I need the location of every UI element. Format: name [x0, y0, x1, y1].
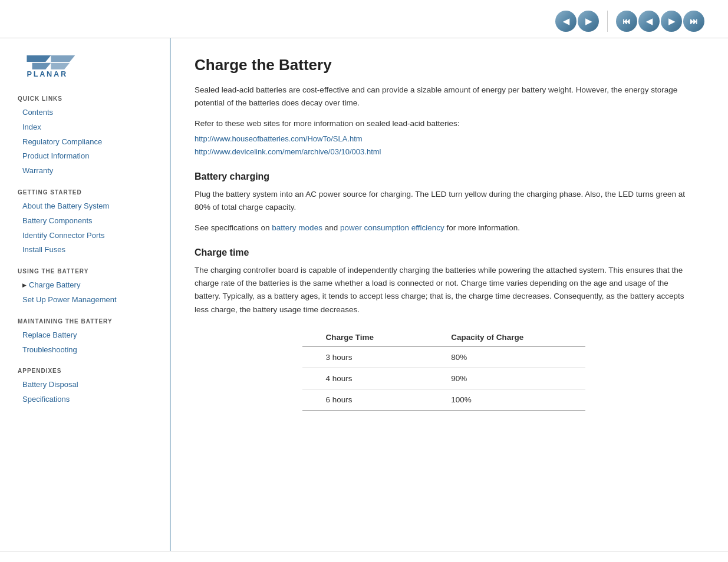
battery-charging-para2: See specifications on battery modes and …: [195, 222, 693, 234]
charge-time-3: 6 hours: [302, 389, 428, 410]
media-nav-group: ⏮ ◀ ▶ ⏭: [616, 11, 704, 32]
main-layout: PLANAR QUICK LINKS Contents Index Regula…: [0, 38, 728, 551]
power-consumption-link[interactable]: power consumption efficiency: [340, 223, 444, 232]
getting-started-title: GETTING STARTED: [18, 189, 158, 196]
maintaining-battery-section: MAINTAINING THE BATTERY Replace Battery …: [18, 318, 158, 358]
maintaining-battery-title: MAINTAINING THE BATTERY: [18, 318, 158, 325]
link-battery-disposal[interactable]: Battery Disposal: [18, 378, 158, 392]
battery-charging-title: Battery charging: [195, 171, 693, 182]
using-battery-section: USING THE BATTERY Charge Battery Set Up …: [18, 268, 158, 308]
svg-marker-3: [51, 63, 70, 70]
link-battery-components[interactable]: Battery Components: [18, 214, 158, 229]
quick-links-title: QUICK LINKS: [18, 95, 158, 102]
first-button[interactable]: ⏮: [616, 11, 637, 32]
charge-time-1: 3 hours: [302, 346, 428, 368]
link-charge-battery[interactable]: Charge Battery: [18, 278, 158, 293]
link-regulatory[interactable]: Regulatory Compliance: [18, 135, 158, 150]
ref-text: Refer to these web sites for more inform…: [195, 117, 693, 130]
capacity-2: 90%: [427, 368, 585, 389]
svg-marker-2: [51, 55, 75, 62]
logo-area: PLANAR: [18, 50, 158, 81]
last-button[interactable]: ⏭: [683, 11, 704, 32]
nav-separator: [607, 11, 608, 32]
intro-paragraph: Sealed lead-acid batteries are cost-effe…: [195, 84, 693, 109]
table-header-charge-time: Charge Time: [302, 328, 428, 347]
svg-text:PLANAR: PLANAR: [27, 70, 67, 78]
svg-marker-0: [27, 55, 51, 62]
link-troubleshooting[interactable]: Troubleshooting: [18, 343, 158, 358]
table-row: 4 hours 90%: [302, 368, 585, 389]
link-install-fuses[interactable]: Install Fuses: [18, 243, 158, 257]
getting-started-section: GETTING STARTED About the Battery System…: [18, 189, 158, 257]
table-row: 3 hours 80%: [302, 346, 585, 368]
page-title: Charge the Battery: [195, 56, 693, 74]
forward-button[interactable]: ▶: [661, 11, 682, 32]
link-product-info[interactable]: Product Information: [18, 149, 158, 164]
page-number: 5: [683, 560, 690, 562]
quick-links-section: QUICK LINKS Contents Index Regulatory Co…: [18, 95, 158, 178]
table-row: 6 hours 100%: [302, 389, 585, 410]
link-about-battery[interactable]: About the Battery System: [18, 199, 158, 214]
back-button[interactable]: ◀: [638, 11, 660, 32]
battery-modes-link[interactable]: battery modes: [272, 223, 322, 232]
using-battery-title: USING THE BATTERY: [18, 268, 158, 275]
planar-logo: PLANAR: [18, 50, 100, 80]
appendixes-section: APPENDIXES Battery Disposal Specificatio…: [18, 368, 158, 407]
top-bar: ◀ ▶ ⏮ ◀ ▶ ⏭: [0, 0, 728, 38]
link-replace-battery[interactable]: Replace Battery: [18, 328, 158, 343]
next-button[interactable]: ▶: [578, 11, 599, 32]
charge-time-para: The charging controller board is capable…: [195, 264, 693, 316]
link-index[interactable]: Index: [18, 120, 158, 135]
prev-button[interactable]: ◀: [555, 11, 577, 32]
charge-table: Charge Time Capacity of Charge 3 hours 8…: [302, 328, 585, 411]
link-contents[interactable]: Contents: [18, 105, 158, 120]
capacity-1: 80%: [427, 346, 585, 368]
link-power-management[interactable]: Set Up Power Management: [18, 293, 158, 308]
battery-charging-para1: Plug the battery system into an AC power…: [195, 188, 693, 214]
charge-time-title: Charge time: [195, 247, 693, 258]
table-header-capacity: Capacity of Charge: [427, 328, 585, 347]
ref-link-1[interactable]: http://www.houseofbatteries.com/HowTo/SL…: [195, 133, 693, 146]
footer-nav: ◀ 5 ▶: [669, 560, 704, 562]
charge-time-2: 4 hours: [302, 368, 428, 389]
footer: Planar Battery System BAT24SI ◀ 5 ▶: [0, 551, 728, 562]
ref-link-2[interactable]: http://www.devicelink.com/mem/archive/03…: [195, 146, 693, 158]
capacity-3: 100%: [427, 389, 585, 410]
prev-next-group: ◀ ▶: [555, 11, 599, 32]
appendixes-title: APPENDIXES: [18, 368, 158, 374]
link-identify-ports[interactable]: Identify Connector Ports: [18, 229, 158, 243]
link-warranty[interactable]: Warranty: [18, 164, 158, 178]
svg-marker-1: [32, 63, 51, 70]
nav-buttons: ◀ ▶ ⏮ ◀ ▶ ⏭: [555, 11, 704, 32]
content-area: Charge the Battery Sealed lead-acid batt…: [171, 38, 728, 551]
link-specifications[interactable]: Specifications: [18, 392, 158, 407]
sidebar: PLANAR QUICK LINKS Contents Index Regula…: [0, 38, 171, 551]
